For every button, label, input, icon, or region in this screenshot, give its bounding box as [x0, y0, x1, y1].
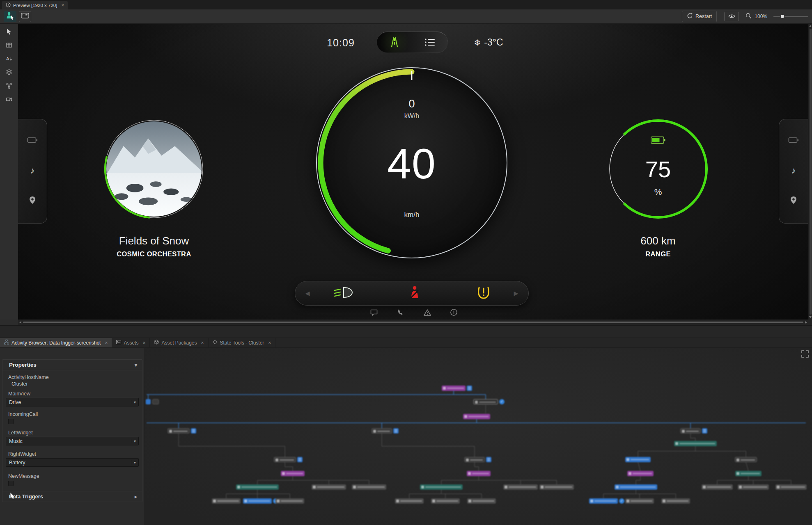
menu-badge-icon[interactable] — [486, 457, 491, 462]
data-triggers-section-header[interactable]: Data Triggers ▸ — [2, 491, 142, 502]
menu-badge-icon[interactable] — [191, 428, 196, 434]
tab-asset-packages[interactable]: Asset Packages × — [150, 338, 208, 347]
graph-node[interactable] — [674, 441, 717, 446]
camera-button[interactable] — [3, 94, 15, 105]
right-widget-dropdown[interactable]: Battery ▾ — [6, 458, 139, 467]
graph-node[interactable] — [473, 399, 498, 404]
preview-tab[interactable]: Preview [1920 x 720] × — [2, 1, 68, 9]
text-sort-button[interactable]: A — [3, 53, 15, 64]
graph-node[interactable] — [431, 498, 460, 504]
graph-node[interactable] — [420, 484, 463, 490]
graph-node[interactable] — [503, 484, 538, 490]
warning-triangle-icon[interactable] — [423, 309, 431, 318]
chevron-right-icon[interactable]: ▸ — [504, 288, 528, 299]
alert-circle-icon[interactable] — [450, 308, 458, 318]
properties-section-header[interactable]: Properties ▾ — [2, 360, 142, 370]
visibility-toggle-button[interactable] — [724, 12, 739, 21]
device-icon[interactable] — [27, 137, 38, 145]
layers-button[interactable] — [3, 66, 15, 78]
graph-node[interactable] — [372, 428, 392, 434]
graph-node[interactable] — [539, 484, 574, 490]
graph-node[interactable] — [312, 484, 346, 490]
graph-node[interactable] — [281, 471, 305, 476]
tab-assets[interactable]: Assets × — [112, 338, 150, 347]
scroll-left-arrow[interactable] — [19, 321, 21, 324]
chevron-left-icon[interactable]: ◂ — [295, 288, 320, 299]
activity-node-graph[interactable] — [145, 348, 812, 525]
graph-node[interactable] — [395, 498, 424, 504]
pointer-tool-button[interactable] — [3, 26, 15, 37]
graph-node[interactable] — [274, 457, 296, 462]
graph-node[interactable] — [146, 399, 151, 404]
graph-node[interactable] — [735, 471, 762, 476]
phone-icon[interactable] — [397, 308, 404, 318]
graph-node[interactable] — [152, 399, 159, 404]
graph-node[interactable] — [467, 471, 491, 476]
close-icon[interactable]: × — [61, 2, 64, 8]
incoming-call-checkbox[interactable] — [8, 419, 14, 424]
close-icon[interactable]: × — [142, 340, 145, 346]
graph-node[interactable] — [352, 484, 386, 490]
location-pin-icon[interactable] — [29, 196, 36, 206]
zoom-slider-knob[interactable] — [780, 14, 784, 18]
graph-node[interactable] — [464, 457, 485, 462]
music-note-icon[interactable]: ♪ — [791, 165, 796, 176]
graph-node[interactable] — [442, 386, 466, 391]
view-mode-toggle[interactable] — [377, 32, 448, 53]
vertical-scrollbar[interactable] — [808, 24, 812, 320]
fit-view-icon[interactable] — [801, 350, 809, 359]
table-view-button[interactable] — [3, 39, 15, 50]
zoom-slider[interactable] — [773, 13, 808, 20]
graph-node[interactable] — [615, 484, 657, 490]
node-graph-canvas[interactable] — [145, 348, 812, 525]
graph-node[interactable] — [467, 498, 496, 504]
graph-node[interactable] — [212, 498, 241, 504]
graph-node[interactable] — [589, 498, 618, 504]
graph-node[interactable] — [243, 498, 272, 504]
keyboard-tool-button[interactable] — [19, 11, 31, 22]
graph-node[interactable] — [735, 457, 757, 462]
horizontal-scroll-thumb[interactable] — [23, 322, 803, 323]
graph-node[interactable] — [661, 498, 690, 504]
device-icon[interactable] — [788, 137, 799, 145]
menu-badge-icon[interactable] — [702, 428, 707, 434]
graph-node[interactable] — [625, 457, 651, 462]
new-message-checkbox[interactable] — [8, 481, 14, 486]
scroll-down-arrow[interactable] — [809, 316, 812, 318]
graph-node[interactable] — [463, 414, 490, 419]
graph-node[interactable] — [275, 498, 304, 504]
graph-node[interactable] — [738, 484, 769, 490]
menu-badge-icon[interactable] — [393, 428, 399, 434]
main-view-dropdown[interactable]: Drive ▾ — [6, 398, 139, 406]
left-widget-dropdown[interactable]: Music ▾ — [6, 437, 139, 445]
horizontal-scrollbar[interactable] — [18, 320, 808, 325]
close-icon[interactable]: × — [201, 340, 204, 346]
graph-node[interactable] — [625, 498, 654, 504]
graph-node[interactable] — [167, 428, 190, 434]
zoom-slider-track[interactable] — [773, 16, 808, 17]
location-pin-icon[interactable] — [790, 196, 797, 206]
graph-node[interactable] — [627, 471, 654, 476]
check-badge-icon[interactable] — [499, 399, 505, 404]
tab-state-tools[interactable]: State Tools - Cluster × — [209, 338, 276, 347]
close-icon[interactable]: × — [268, 340, 271, 346]
flow-button[interactable] — [3, 80, 15, 91]
interaction-tool-button[interactable] — [4, 11, 16, 22]
track-title: Fields of Snow — [88, 235, 220, 247]
tab-activity-browser[interactable]: Activity Browser: Data trigger-screensho… — [0, 338, 112, 347]
close-icon[interactable]: × — [105, 340, 108, 346]
graph-node[interactable] — [702, 484, 733, 490]
vertical-scroll-thumb[interactable] — [810, 29, 812, 315]
scroll-up-arrow[interactable] — [809, 25, 812, 27]
graph-node[interactable] — [236, 484, 279, 490]
restart-button[interactable]: Restart — [682, 11, 717, 22]
music-note-icon[interactable]: ♪ — [30, 165, 35, 176]
scroll-right-arrow[interactable] — [805, 321, 807, 324]
graph-node[interactable] — [775, 484, 807, 490]
menu-badge-icon[interactable] — [297, 457, 303, 462]
graph-node[interactable] — [680, 428, 701, 434]
message-icon[interactable] — [370, 309, 378, 318]
menu-badge-icon[interactable] — [467, 386, 472, 391]
range-value: 600 km — [592, 235, 724, 247]
check-badge-icon[interactable] — [619, 498, 624, 504]
